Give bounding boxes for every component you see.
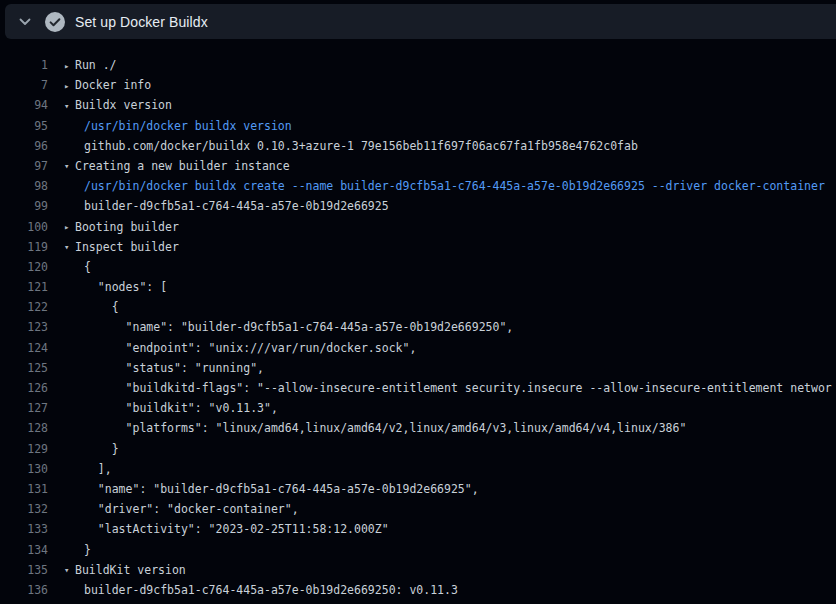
line-number[interactable]: 134 bbox=[0, 540, 48, 560]
line-number[interactable]: 132 bbox=[0, 499, 48, 519]
line-number[interactable]: 96 bbox=[0, 136, 48, 156]
line-number[interactable]: 1 bbox=[0, 55, 48, 75]
log-group-line: 7 ▸Docker info bbox=[0, 75, 836, 95]
line-text: github.com/docker/buildx 0.10.3+azure-1 … bbox=[48, 136, 836, 156]
line-text[interactable]: ▾Buildx version bbox=[48, 95, 836, 115]
log-output-line: 131 "name": "builder-d9cfb5a1-c764-445a-… bbox=[0, 479, 836, 499]
chevron-down-icon[interactable] bbox=[19, 18, 31, 26]
log-group-line: 135 ▾BuildKit version bbox=[0, 560, 836, 580]
log-output-line: 123 "name": "builder-d9cfb5a1-c764-445a-… bbox=[0, 317, 836, 337]
line-text: { bbox=[48, 257, 836, 277]
line-number[interactable]: 99 bbox=[0, 196, 48, 216]
log-output-line: 136 builder-d9cfb5a1-c764-445a-a57e-0b19… bbox=[0, 580, 836, 600]
log-output-line: 134 } bbox=[0, 540, 836, 560]
line-number[interactable]: 94 bbox=[0, 95, 48, 115]
line-text: /usr/bin/docker buildx version bbox=[48, 116, 836, 136]
line-text: builder-d9cfb5a1-c764-445a-a57e-0b19d2e6… bbox=[48, 580, 836, 600]
line-number[interactable]: 133 bbox=[0, 519, 48, 539]
line-number[interactable]: 98 bbox=[0, 176, 48, 196]
log-output-line: 130 ], bbox=[0, 459, 836, 479]
line-number[interactable]: 127 bbox=[0, 398, 48, 418]
line-number[interactable]: 123 bbox=[0, 317, 48, 337]
line-number[interactable]: 7 bbox=[0, 75, 48, 95]
line-text: "status": "running", bbox=[48, 358, 836, 378]
triangle-down-icon[interactable]: ▾ bbox=[64, 560, 75, 580]
log-output-line: 128 "platforms": "linux/amd64,linux/amd6… bbox=[0, 418, 836, 438]
log-output-line: 124 "endpoint": "unix:///var/run/docker.… bbox=[0, 338, 836, 358]
line-number[interactable]: 128 bbox=[0, 418, 48, 438]
line-text: } bbox=[48, 540, 836, 560]
line-number[interactable]: 122 bbox=[0, 297, 48, 317]
line-text: "lastActivity": "2023-02-25T11:58:12.000… bbox=[48, 519, 836, 539]
line-text: /usr/bin/docker buildx create --name bui… bbox=[48, 176, 836, 196]
line-number[interactable]: 126 bbox=[0, 378, 48, 398]
line-number[interactable]: 97 bbox=[0, 156, 48, 176]
log-output-line: 132 "driver": "docker-container", bbox=[0, 499, 836, 519]
log-command-line: 98 /usr/bin/docker buildx create --name … bbox=[0, 176, 836, 196]
log-output-line: 127 "buildkit": "v0.11.3", bbox=[0, 398, 836, 418]
line-text: { bbox=[48, 297, 836, 317]
log-output-line: 120 { bbox=[0, 257, 836, 277]
log-group-line: 94 ▾Buildx version bbox=[0, 95, 836, 115]
line-number[interactable]: 129 bbox=[0, 439, 48, 459]
log-viewer: 1 ▸Run ./ 7 ▸Docker info 94 ▾Buildx vers… bbox=[0, 39, 836, 600]
line-text[interactable]: ▾BuildKit version bbox=[48, 560, 836, 580]
line-number[interactable]: 124 bbox=[0, 338, 48, 358]
log-group-line: 100 ▸Booting builder bbox=[0, 217, 836, 237]
triangle-right-icon[interactable]: ▸ bbox=[64, 56, 75, 76]
line-number[interactable]: 121 bbox=[0, 277, 48, 297]
line-text: "nodes": [ bbox=[48, 277, 836, 297]
triangle-down-icon[interactable]: ▾ bbox=[64, 96, 75, 116]
log-group-line: 1 ▸Run ./ bbox=[0, 55, 836, 75]
line-number[interactable]: 125 bbox=[0, 358, 48, 378]
triangle-right-icon[interactable]: ▸ bbox=[64, 217, 75, 237]
line-text: "buildkitd-flags": "--allow-insecure-ent… bbox=[48, 378, 836, 398]
line-number[interactable]: 120 bbox=[0, 257, 48, 277]
line-text[interactable]: ▾Creating a new builder instance bbox=[48, 156, 836, 176]
log-group-line: 119 ▾Inspect builder bbox=[0, 237, 836, 257]
line-number[interactable]: 136 bbox=[0, 580, 48, 600]
line-number[interactable]: 135 bbox=[0, 560, 48, 580]
check-circle-icon bbox=[45, 12, 65, 32]
line-text[interactable]: ▾Inspect builder bbox=[48, 237, 836, 257]
log-command-line: 95 /usr/bin/docker buildx version bbox=[0, 116, 836, 136]
line-text: ], bbox=[48, 459, 836, 479]
line-text: "buildkit": "v0.11.3", bbox=[48, 398, 836, 418]
line-text: builder-d9cfb5a1-c764-445a-a57e-0b19d2e6… bbox=[48, 196, 836, 216]
line-text[interactable]: ▸Run ./ bbox=[48, 55, 836, 75]
line-text: "platforms": "linux/amd64,linux/amd64/v2… bbox=[48, 418, 836, 438]
step-title: Set up Docker Buildx bbox=[75, 14, 208, 30]
line-number[interactable]: 95 bbox=[0, 116, 48, 136]
line-text: "name": "builder-d9cfb5a1-c764-445a-a57e… bbox=[48, 317, 836, 337]
triangle-down-icon[interactable]: ▾ bbox=[64, 237, 75, 257]
log-output-line: 122 { bbox=[0, 297, 836, 317]
triangle-down-icon[interactable]: ▾ bbox=[64, 156, 75, 176]
log-output-line: 99 builder-d9cfb5a1-c764-445a-a57e-0b19d… bbox=[0, 196, 836, 216]
step-header[interactable]: Set up Docker Buildx bbox=[5, 4, 836, 39]
log-output-line: 126 "buildkitd-flags": "--allow-insecure… bbox=[0, 378, 836, 398]
line-text: "name": "builder-d9cfb5a1-c764-445a-a57e… bbox=[48, 479, 836, 499]
log-output-line: 121 "nodes": [ bbox=[0, 277, 836, 297]
log-output-line: 133 "lastActivity": "2023-02-25T11:58:12… bbox=[0, 519, 836, 539]
log-output-line: 96 github.com/docker/buildx 0.10.3+azure… bbox=[0, 136, 836, 156]
log-group-line: 97 ▾Creating a new builder instance bbox=[0, 156, 836, 176]
line-text: "endpoint": "unix:///var/run/docker.sock… bbox=[48, 338, 836, 358]
line-text: } bbox=[48, 439, 836, 459]
line-number[interactable]: 130 bbox=[0, 459, 48, 479]
line-number[interactable]: 100 bbox=[0, 217, 48, 237]
log-output-line: 129 } bbox=[0, 439, 836, 459]
line-number[interactable]: 131 bbox=[0, 479, 48, 499]
log-output-line: 125 "status": "running", bbox=[0, 358, 836, 378]
line-number[interactable]: 119 bbox=[0, 237, 48, 257]
line-text: "driver": "docker-container", bbox=[48, 499, 836, 519]
line-text[interactable]: ▸Booting builder bbox=[48, 217, 836, 237]
line-text[interactable]: ▸Docker info bbox=[48, 75, 836, 95]
triangle-right-icon[interactable]: ▸ bbox=[64, 76, 75, 96]
